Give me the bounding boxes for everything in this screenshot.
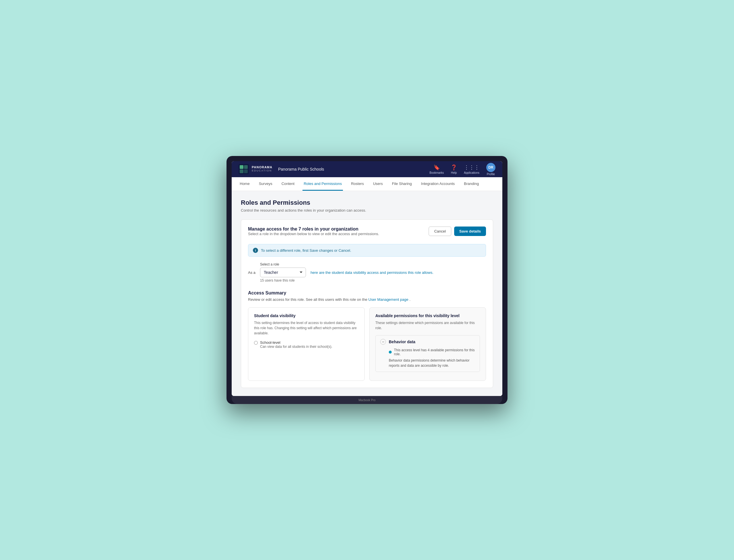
profile-label: Profile [487,173,495,176]
card-title: Manage access for the 7 roles in your or… [248,227,379,232]
nav-users[interactable]: Users [372,177,384,191]
behavior-data-title: Behavior data [389,339,415,344]
nav-branding[interactable]: Branding [463,177,480,191]
info-banner-text: To select a different role, first Save c… [261,248,351,253]
role-users-count: 15 users have this role [260,278,306,282]
info-banner: i To select a different role, first Save… [248,244,486,257]
behavior-data-header: − Behavior data [376,335,480,348]
school-level-sub: Can view data for all students in their … [260,345,332,349]
student-data-title: Student data visibility [254,313,359,318]
school-level-label: School-level [260,340,332,345]
access-summary-grid: Student data visibility This setting det… [248,307,486,381]
help-nav-item[interactable]: ❓ Help [451,164,457,174]
nav-surveys[interactable]: Surveys [258,177,274,191]
svg-rect-4 [244,169,248,173]
behavior-data-body: This access level has 4 available permis… [376,348,480,372]
page-title: Roles and Permissions [241,199,493,206]
applications-icon: ⋮⋮⋮ [464,164,479,171]
applications-nav-item[interactable]: ⋮⋮⋮ Applications [464,164,479,174]
card-actions: Cancel Save details [429,227,486,236]
main-content: Roles and Permissions Control the resour… [232,191,502,396]
nav-content[interactable]: Content [280,177,296,191]
behavior-data-permission: − Behavior data This access level has 4 … [375,335,480,372]
info-icon: i [253,248,258,253]
behavior-data-body-text: Behavior data permissions determine whic… [389,358,475,368]
svg-rect-3 [240,169,243,173]
student-data-visibility-card: Student data visibility This setting det… [248,307,365,381]
available-permissions-card: Available permissions for this visibilit… [369,307,486,381]
logo-text: PANORAMA EDUCATION [252,166,272,173]
role-select-wrap: Select a role Teacher Admin Student Pare… [260,262,306,282]
save-button[interactable]: Save details [454,227,486,236]
as-a-label: As a [248,262,255,275]
panorama-logo-icon [239,164,249,174]
laptop-frame: PANORAMA EDUCATION Panorama Public Schoo… [227,156,507,404]
manage-access-card: Manage access for the 7 roles in your or… [241,219,493,388]
perm-access-row: This access level has 4 available permis… [389,348,475,356]
collapse-icon[interactable]: − [380,339,386,345]
secondary-navigation: Home Surveys Content Roles and Permissio… [232,177,502,191]
access-summary-desc: Review or edit access for this role. See… [248,297,486,302]
top-navigation: PANORAMA EDUCATION Panorama Public Schoo… [232,161,502,177]
profile-nav-item[interactable]: DR Profile [486,163,495,176]
access-dot [389,351,392,354]
role-dropdown[interactable]: Teacher Admin Student Parent Counselor P… [260,268,306,277]
student-data-desc: This setting determines the level of acc… [254,320,359,336]
page-subtitle: Control the resources and actions the ro… [241,208,493,212]
user-management-link[interactable]: User Management page [368,297,408,302]
cancel-button[interactable]: Cancel [429,227,451,236]
bookmark-icon: 🔖 [434,164,440,171]
school-level-option: School-level Can view data for all stude… [254,340,359,349]
card-description: Select a role in the dropdown below to v… [248,232,379,236]
perm-access-text: This access level has 4 available permis… [394,348,475,356]
logo-area: PANORAMA EDUCATION [239,164,272,174]
svg-rect-1 [240,165,243,169]
laptop-screen: PANORAMA EDUCATION Panorama Public Schoo… [232,161,502,396]
access-summary-title: Access Summary [248,290,486,296]
applications-label: Applications [464,171,479,174]
available-perms-desc: These settings determine which permissio… [375,320,480,331]
role-description-text: here are the student data visibility acc… [311,262,434,275]
help-label: Help [451,171,457,174]
nav-integration-accounts[interactable]: Integration Accounts [420,177,456,191]
laptop-base: Macbook Pro [232,396,502,404]
select-role-label: Select a role [260,262,306,266]
nav-rosters[interactable]: Rosters [350,177,365,191]
laptop-base-text: Macbook Pro [359,399,376,402]
svg-rect-2 [244,165,248,169]
nav-home[interactable]: Home [239,177,251,191]
nav-file-sharing[interactable]: File Sharing [391,177,413,191]
help-icon: ❓ [451,164,457,171]
bookmarks-label: Bookmarks [430,171,444,174]
card-header: Manage access for the 7 roles in your or… [248,227,486,242]
role-selector-row: As a Select a role Teacher Admin Student… [248,262,486,282]
bookmarks-nav-item[interactable]: 🔖 Bookmarks [430,164,444,174]
top-nav-right: 🔖 Bookmarks ❓ Help ⋮⋮⋮ Applications DR P… [430,163,495,176]
org-name: Panorama Public Schools [278,167,324,171]
school-level-radio[interactable] [254,341,258,345]
card-header-left: Manage access for the 7 roles in your or… [248,227,379,242]
nav-roles-permissions[interactable]: Roles and Permissions [302,177,343,191]
available-perms-title: Available permissions for this visibilit… [375,313,480,318]
avatar: DR [486,163,495,172]
